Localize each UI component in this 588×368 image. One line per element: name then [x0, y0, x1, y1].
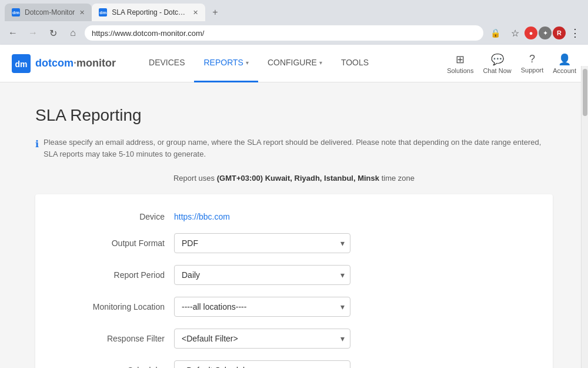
- ext-icon-3[interactable]: R: [553, 26, 566, 39]
- tab-2-close[interactable]: ✕: [193, 9, 198, 16]
- lock-icon: 🔒: [487, 25, 503, 41]
- timezone-bar: Report uses (GMT+03:00) Kuwait, Riyadh, …: [35, 174, 553, 183]
- device-row: Device https://bbc.com: [59, 212, 529, 221]
- report-period-select[interactable]: Daily Weekly Monthly Quarterly Yearly Cu…: [174, 265, 350, 285]
- navbar: dm dotcom·monitor DEVICES REPORTS ▾ CONF…: [0, 45, 588, 82]
- output-format-label: Output Format: [59, 238, 165, 248]
- browser-chrome: dm Dotcom-Monitor ✕ dm SLA Reporting - D…: [0, 0, 588, 45]
- nav-action-account[interactable]: 👤 Account: [553, 53, 576, 74]
- refresh-button[interactable]: ↻: [45, 25, 61, 41]
- nav-item-tools[interactable]: TOOLS: [332, 45, 378, 82]
- info-text: Please specify an email address, or grou…: [44, 137, 553, 160]
- output-format-select-wrapper: PDF Excel CSV: [174, 233, 350, 253]
- output-format-select[interactable]: PDF Excel CSV: [174, 233, 350, 253]
- monitoring-location-row: Monitoring Location ----all locations---…: [59, 297, 529, 317]
- tab-1-label: Dotcom-Monitor: [25, 8, 75, 16]
- output-format-row: Output Format PDF Excel CSV: [59, 233, 529, 253]
- nav-action-support[interactable]: ? Support: [521, 53, 544, 74]
- tab-bar: dm Dotcom-Monitor ✕ dm SLA Reporting - D…: [0, 0, 588, 21]
- app: dm dotcom·monitor DEVICES REPORTS ▾ CONF…: [0, 45, 588, 368]
- page-title: SLA Reporting: [35, 106, 553, 125]
- monitoring-location-label: Monitoring Location: [59, 302, 165, 311]
- nav-action-chat[interactable]: 💬 Chat Now: [483, 53, 511, 74]
- ext-icon-2[interactable]: ✦: [539, 26, 552, 39]
- response-filter-select[interactable]: <Default Filter>: [174, 329, 350, 349]
- report-period-row: Report Period Daily Weekly Monthly Quart…: [59, 265, 529, 285]
- account-icon: 👤: [558, 53, 571, 66]
- address-input[interactable]: [85, 25, 483, 41]
- scheduler-row: Scheduler <Default Scheduler>: [59, 360, 529, 368]
- logo-icon: dm: [12, 54, 31, 73]
- tab-2-label: SLA Reporting - Dotcom-Monito...: [112, 8, 188, 16]
- solutions-label: Solutions: [447, 67, 473, 74]
- response-filter-row: Response Filter <Default Filter>: [59, 329, 529, 349]
- tab-1-icon: dm: [12, 8, 20, 16]
- reports-chevron: ▾: [246, 59, 249, 66]
- tab-1-close[interactable]: ✕: [79, 9, 85, 16]
- nav-right: ⊞ Solutions 💬 Chat Now ? Support 👤 Accou…: [447, 53, 576, 74]
- support-icon: ?: [529, 53, 535, 65]
- ext-icon-1[interactable]: ●: [524, 26, 537, 39]
- forward-button[interactable]: →: [25, 25, 41, 41]
- scrollbar[interactable]: [581, 66, 588, 368]
- nav-menu: DEVICES REPORTS ▾ CONFIGURE ▾ TOOLS: [139, 45, 447, 82]
- info-icon: ℹ: [35, 137, 39, 151]
- tab-2[interactable]: dm SLA Reporting - Dotcom-Monito... ✕: [92, 4, 205, 21]
- nav-item-configure[interactable]: CONFIGURE ▾: [258, 45, 332, 82]
- logo: dm dotcom·monitor: [12, 54, 116, 73]
- response-filter-select-wrapper: <Default Filter>: [174, 329, 350, 349]
- address-bar: ← → ↻ ⌂ 🔒 ☆ ● ✦ R ⋮: [0, 21, 588, 45]
- new-tab-button[interactable]: +: [208, 4, 222, 21]
- tab-1[interactable]: dm Dotcom-Monitor ✕: [5, 4, 92, 21]
- account-label: Account: [553, 67, 576, 74]
- nav-item-reports[interactable]: REPORTS ▾: [194, 45, 258, 82]
- report-period-label: Report Period: [59, 270, 165, 280]
- device-label: Device: [59, 212, 165, 221]
- support-label: Support: [521, 67, 544, 74]
- chat-label: Chat Now: [483, 67, 511, 74]
- scheduler-select[interactable]: <Default Scheduler>: [174, 360, 350, 368]
- form-card: Device https://bbc.com Output Format PDF…: [35, 194, 553, 368]
- configure-chevron: ▾: [319, 59, 322, 66]
- toolbar-icons: ☆ ● ✦ R ⋮: [507, 25, 583, 41]
- tab-2-icon: dm: [99, 8, 107, 16]
- timezone-prefix: Report uses: [173, 174, 215, 183]
- star-icon[interactable]: ☆: [507, 25, 523, 41]
- monitoring-location-select-wrapper: ----all locations----: [174, 297, 350, 317]
- chat-icon: 💬: [491, 53, 504, 66]
- nav-item-devices[interactable]: DEVICES: [139, 45, 194, 82]
- nav-action-solutions[interactable]: ⊞ Solutions: [447, 53, 473, 74]
- timezone-suffix: time zone: [382, 174, 415, 183]
- home-button[interactable]: ⌂: [65, 25, 81, 41]
- monitoring-location-select[interactable]: ----all locations----: [174, 297, 350, 317]
- timezone-value: (GMT+03:00) Kuwait, Riyadh, Istanbul, Mi…: [217, 174, 379, 183]
- solutions-icon: ⊞: [456, 53, 465, 66]
- info-box: ℹ Please specify an email address, or gr…: [35, 137, 553, 160]
- scrollbar-thumb[interactable]: [583, 69, 587, 116]
- back-button[interactable]: ←: [5, 25, 21, 41]
- scheduler-select-wrapper: <Default Scheduler>: [174, 360, 350, 368]
- response-filter-label: Response Filter: [59, 334, 165, 343]
- scheduler-label: Scheduler: [59, 366, 165, 368]
- report-period-select-wrapper: Daily Weekly Monthly Quarterly Yearly Cu…: [174, 265, 350, 285]
- main-content: SLA Reporting ℹ Please specify an email …: [0, 82, 588, 368]
- svg-text:dm: dm: [15, 59, 28, 69]
- logo-text: dotcom·monitor: [35, 57, 116, 69]
- menu-button[interactable]: ⋮: [567, 25, 583, 41]
- device-link[interactable]: https://bbc.com: [174, 212, 230, 221]
